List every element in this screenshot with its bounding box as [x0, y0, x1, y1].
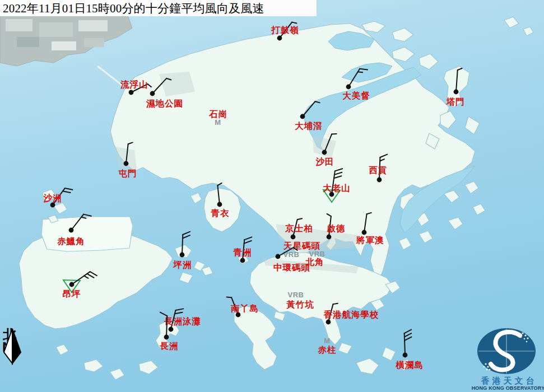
station-label: 濕地公園	[146, 99, 183, 108]
station-label: 赤鱲角	[57, 236, 85, 246]
wind-map-screen: 打鼓嶺流浮山濕地公園M石崗大美督塔門大埔滘沙田西貢大老山屯門沙洲青衣赤鱲角京士柏…	[0, 0, 544, 392]
station-dot	[327, 235, 332, 240]
hong-kong-map: 打鼓嶺流浮山濕地公園M石崗大美督塔門大埔滘沙田西貢大老山屯門沙洲青衣赤鱲角京士柏…	[0, 0, 544, 392]
station-label: 中環碼頭	[273, 263, 310, 272]
station-dot	[377, 178, 382, 183]
station-label: 流浮山	[120, 80, 148, 89]
station-note: M	[324, 337, 330, 345]
station-label: 天星碼頭	[283, 241, 320, 250]
station-dot	[300, 114, 305, 119]
station-label: 香港航海學校	[323, 310, 379, 319]
station-label: 赤柱	[318, 345, 337, 354]
station-dot	[180, 253, 185, 258]
station-dot	[240, 258, 245, 263]
station-dot	[69, 228, 74, 233]
station-label: 大美督	[342, 91, 370, 100]
station-label: 黃竹坑	[286, 300, 314, 309]
map-title: 2022年11月01日15時00分的十分鐘平均風向及風速	[0, 0, 317, 16]
station-label: 石崗	[209, 109, 228, 119]
station-label: 昂坪	[63, 289, 81, 298]
north-arrow-icon	[2, 328, 23, 365]
station-label: 啟德	[327, 223, 346, 233]
station-label: 橫瀾島	[395, 360, 424, 370]
station-dot	[346, 85, 351, 90]
station-label: 大老山	[323, 183, 351, 193]
station-dot	[169, 327, 174, 332]
wind-barb	[358, 72, 362, 72]
station-dot	[129, 90, 134, 95]
station-label: 屯門	[118, 169, 137, 178]
station-label: 京士柏	[285, 223, 313, 233]
station-label: 長洲	[160, 341, 179, 351]
station-label: 坪洲	[173, 260, 192, 269]
station-dot	[326, 320, 331, 325]
station-dot	[150, 91, 155, 96]
hko-name-en: HONG KONG OBSERVATORY	[471, 385, 544, 391]
station-dot	[164, 335, 169, 340]
station-dot	[329, 192, 334, 197]
station-dot	[277, 36, 282, 41]
station-dot	[291, 235, 296, 240]
station-dot	[236, 312, 241, 318]
station-label: 南丫島	[230, 304, 259, 313]
station-dot	[50, 203, 55, 208]
station-dot	[454, 90, 459, 95]
station-dot	[124, 161, 129, 166]
wind-staff	[166, 316, 167, 337]
station-label: 長洲泳灘	[164, 316, 201, 326]
station-dot	[276, 254, 281, 259]
wind-barb	[227, 297, 231, 298]
station-label: 沙洲	[44, 193, 62, 203]
station-note: M	[215, 118, 221, 127]
station-label: 大埔滘	[295, 121, 323, 130]
station-dot	[322, 150, 327, 155]
station-note: VRB	[283, 250, 300, 259]
station-dot	[217, 202, 222, 207]
station-dot	[69, 282, 75, 287]
station-label: 西貢	[369, 165, 388, 175]
station-dot	[362, 230, 367, 235]
station-note: VRB	[288, 291, 304, 299]
station-label: 將軍澳	[356, 235, 384, 245]
station-label: 青洲	[233, 248, 252, 257]
station-dot	[403, 353, 408, 358]
north-compass: 北 N	[2, 328, 16, 354]
station-label: 打鼓嶺	[271, 25, 299, 35]
station-label: 青衣	[211, 208, 230, 218]
station-label: 塔門	[446, 97, 465, 106]
station-label: 沙田	[316, 157, 334, 166]
